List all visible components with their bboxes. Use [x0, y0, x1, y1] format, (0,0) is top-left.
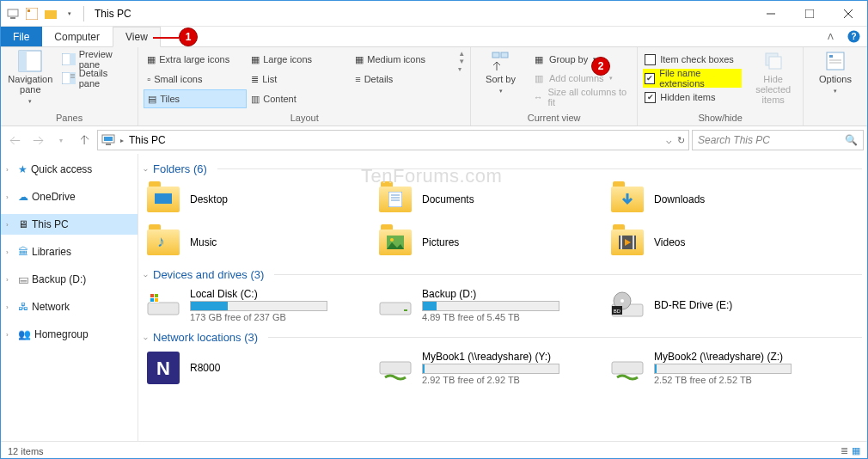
- layout-content[interactable]: ▥Content: [248, 89, 351, 108]
- layout-list[interactable]: ≣List: [248, 70, 351, 89]
- folder-downloads[interactable]: Downloads: [608, 179, 831, 220]
- breadcrumb-this-pc[interactable]: This PC: [129, 134, 166, 146]
- ribbon-group-current-view: Sort by▾ ▦Group by▾ ▥Add columns▾ ↔Size …: [471, 47, 638, 125]
- layout-extra-large[interactable]: ▦Extra large icons: [144, 50, 247, 69]
- layout-scroll-down[interactable]: ▼: [458, 58, 465, 65]
- nav-homegroup[interactable]: ›👥Homegroup: [1, 324, 138, 345]
- expand-icon[interactable]: ›: [6, 276, 15, 284]
- minimize-button[interactable]: [751, 1, 790, 27]
- expand-icon[interactable]: ›: [6, 303, 15, 311]
- section-drives[interactable]: ⌵Devices and drives (3): [144, 268, 862, 281]
- netloc-mybook2[interactable]: MyBook2 (\\readyshare) (Z:)2.52 TB free …: [608, 347, 831, 389]
- navigation-pane-label: Navigation pane: [6, 74, 55, 95]
- back-button[interactable]: 🡠: [4, 130, 25, 150]
- nav-libraries[interactable]: ›🏛Libraries: [1, 242, 138, 262]
- svg-text:?: ?: [851, 32, 856, 41]
- drive-bdre-e[interactable]: BDBD-RE Drive (E:): [608, 285, 831, 326]
- sort-by-button[interactable]: Sort by▾: [476, 50, 525, 96]
- panes-group-label: Panes: [1, 111, 138, 125]
- help-icon[interactable]: ?: [840, 27, 867, 46]
- layout-large[interactable]: ▦Large icons: [248, 50, 351, 69]
- search-input[interactable]: Search This PC🔍: [692, 130, 864, 150]
- svg-rect-28: [104, 137, 113, 141]
- file-name-extensions-toggle[interactable]: ✔File name extensions: [643, 69, 742, 88]
- folder-desktop[interactable]: Desktop: [144, 179, 367, 220]
- layout-medium[interactable]: ▦Medium icons: [351, 50, 455, 69]
- layout-expand[interactable]: ▾: [458, 65, 465, 73]
- folder-pictures[interactable]: Pictures: [376, 222, 599, 263]
- size-columns-icon: ↔: [532, 90, 545, 104]
- maximize-button[interactable]: [790, 1, 828, 27]
- drive-icon: [145, 287, 181, 323]
- svg-rect-30: [155, 193, 172, 204]
- preview-pane-button[interactable]: Preview pane: [58, 50, 133, 69]
- close-button[interactable]: [828, 1, 867, 27]
- navigation-pane-button[interactable]: Navigation pane ▾: [6, 50, 55, 107]
- svg-rect-0: [8, 9, 18, 16]
- videos-icon: [609, 224, 645, 260]
- layout-icon: ▤: [148, 94, 156, 105]
- nav-onedrive[interactable]: ›☁OneDrive: [1, 187, 138, 207]
- tab-computer[interactable]: Computer: [42, 27, 113, 46]
- hidden-items-toggle[interactable]: ✔Hidden items: [643, 88, 742, 107]
- expand-icon[interactable]: ›: [6, 331, 15, 339]
- layout-icon: ▦: [251, 54, 260, 65]
- up-button[interactable]: 🡡: [74, 130, 95, 150]
- ribbon-collapse-icon[interactable]: ᐱ: [821, 27, 840, 46]
- folder-music[interactable]: ♪Music: [144, 222, 367, 263]
- layout-details[interactable]: ≡Details: [351, 70, 455, 89]
- layout-scroll-up[interactable]: ▲: [458, 50, 465, 58]
- music-icon: ♪: [145, 224, 181, 260]
- address-dropdown-icon[interactable]: ⌵: [666, 135, 672, 146]
- size-columns-button: ↔Size all columns to fit: [529, 88, 632, 107]
- properties-icon[interactable]: [23, 5, 40, 22]
- svg-rect-19: [492, 52, 499, 58]
- details-pane-button[interactable]: Details pane: [58, 69, 133, 88]
- options-button[interactable]: Options▾: [809, 50, 862, 96]
- svg-rect-38: [620, 236, 622, 249]
- expand-icon[interactable]: ›: [6, 221, 15, 229]
- nav-quick-access[interactable]: ›★Quick access: [1, 159, 138, 180]
- tiles-view-icon[interactable]: ▦: [852, 445, 860, 456]
- item-checkboxes-toggle[interactable]: Item check boxes: [643, 50, 742, 69]
- expand-icon[interactable]: ›: [6, 193, 15, 201]
- annotation-2: 2: [591, 57, 610, 76]
- details-view-icon[interactable]: ≣: [840, 445, 848, 456]
- folder-documents[interactable]: Documents: [376, 179, 599, 220]
- chevron-right-icon[interactable]: ▸: [120, 137, 124, 144]
- pc-icon: 🖥: [18, 218, 28, 230]
- drive-backup-d[interactable]: Backup (D:)4.89 TB free of 5.45 TB: [376, 285, 599, 326]
- svg-rect-42: [150, 294, 154, 297]
- expand-icon[interactable]: ›: [6, 248, 15, 256]
- client-area: ›★Quick access ›☁OneDrive ›🖥This PC ›🏛Li…: [1, 154, 867, 441]
- expand-icon[interactable]: ›: [6, 166, 15, 174]
- svg-rect-4: [45, 10, 57, 19]
- section-folders[interactable]: ⌵Folders (6): [144, 162, 862, 175]
- layout-group-label: Layout: [138, 111, 470, 125]
- nav-this-pc[interactable]: ›🖥This PC: [1, 214, 138, 235]
- address-bar[interactable]: ▸ This PC ⌵ ↻: [97, 130, 689, 150]
- netloc-r8000[interactable]: NR8000: [144, 347, 367, 389]
- window-title: This PC: [95, 8, 131, 20]
- folder-videos[interactable]: Videos: [608, 222, 831, 263]
- drive-local-c[interactable]: Local Disk (C:)173 GB free of 237 GB: [144, 285, 367, 326]
- folder-icon[interactable]: [42, 5, 59, 22]
- nav-network[interactable]: ›🖧Network: [1, 297, 138, 317]
- section-network[interactable]: ⌵Network locations (3): [144, 331, 862, 344]
- refresh-icon[interactable]: ↻: [677, 135, 685, 146]
- system-icon[interactable]: [4, 5, 21, 22]
- layout-tiles[interactable]: ▤Tiles: [144, 89, 247, 108]
- recent-locations[interactable]: ▾: [51, 130, 71, 150]
- group-by-button[interactable]: ▦Group by▾: [529, 50, 632, 69]
- svg-rect-56: [612, 362, 643, 374]
- hide-selected-items-button: Hide selected items: [749, 50, 798, 105]
- tab-file[interactable]: File: [1, 27, 42, 46]
- netloc-mybook1[interactable]: MyBook1 (\\readyshare) (Y:)2.92 TB free …: [376, 347, 599, 389]
- chevron-down-icon: ⌵: [144, 165, 148, 173]
- svg-rect-1: [10, 17, 15, 19]
- layout-small[interactable]: ▫Small icons: [144, 70, 247, 89]
- qat-dropdown-icon[interactable]: ▾: [61, 5, 78, 22]
- svg-rect-47: [404, 309, 407, 311]
- nav-backup[interactable]: ›🖴Backup (D:): [1, 269, 138, 290]
- svg-rect-39: [633, 236, 634, 249]
